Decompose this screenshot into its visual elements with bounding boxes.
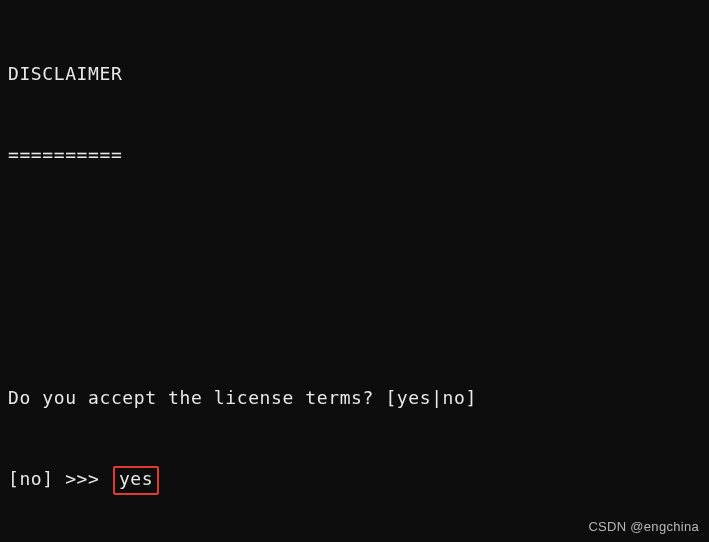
license-question: Do you accept the license terms? [yes|no…	[8, 384, 701, 411]
terminal-output: DISCLAIMER ========== Do you accept the …	[0, 0, 709, 542]
disclaimer-rule: ==========	[8, 141, 701, 168]
license-prompt-line: [no] >>> yes	[8, 465, 701, 495]
watermark-text: CSDN @engchina	[588, 517, 699, 537]
license-answer-highlight[interactable]: yes	[113, 466, 159, 495]
blank-line	[8, 303, 701, 330]
disclaimer-title: DISCLAIMER	[8, 60, 701, 87]
blank-line	[8, 222, 701, 249]
license-default: [no] >>>	[8, 468, 111, 489]
